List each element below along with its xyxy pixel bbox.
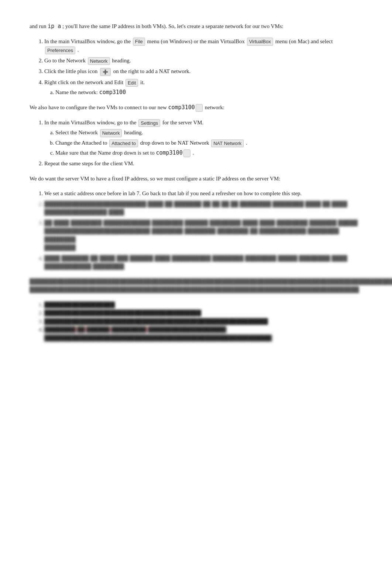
list-item: We set a static address once before in l… bbox=[44, 189, 362, 198]
network-badge-a: Network bbox=[100, 129, 122, 137]
sub-b-text-before: Change the Attached to bbox=[55, 140, 109, 146]
s3-item4-line2: ████████████ ████████ bbox=[44, 263, 124, 269]
highlighted-blurred-text: ████████ ██ ██████ █████████ ███████████… bbox=[44, 327, 272, 341]
comp3100-name-code: comp3100 bbox=[156, 149, 182, 156]
section2-text-before: We also have to configure the two VMs to… bbox=[30, 104, 168, 110]
plus-icon: ➕ bbox=[100, 68, 111, 76]
blurred-list-text-3: ████████████████████████████████████████… bbox=[44, 318, 268, 324]
sub-list-item4: Name the network: comp3100 bbox=[55, 88, 362, 97]
virtualbox-menu-badge: VirtualBox bbox=[247, 38, 273, 46]
s2-item1-text-before: In the main VirtualBox window, go to the bbox=[44, 120, 138, 125]
item2-text: Go to the Network bbox=[44, 58, 87, 63]
blurred-para-line2: ████████████████████████████████████████… bbox=[30, 287, 359, 293]
sub-list-item: Change the Attached to Attached to drop … bbox=[55, 139, 362, 147]
section2-paragraph: We also have to configure the two VMs to… bbox=[30, 103, 362, 112]
edit-badge: Edit bbox=[125, 79, 138, 87]
s3-item3-line2: ███████████████████████████ ████████ ███… bbox=[44, 228, 339, 242]
s3-item4-line1: ████ ███████ ██ ████ ███ ██████ ████ ███… bbox=[44, 255, 347, 261]
intro-paragraph: and run ip a ; you'll have the same IP a… bbox=[30, 22, 362, 31]
list-item-blurred: ██ ████ ████████ ████████████ ████████ █… bbox=[44, 219, 362, 252]
section2-text-after: network: bbox=[203, 104, 224, 110]
section3-list: We set a static address once before in l… bbox=[44, 189, 362, 271]
preferences-badge: Preferences bbox=[45, 46, 75, 55]
list-item: Go to the Network Network heading. bbox=[44, 56, 362, 65]
sub-list-s2-item1: Select the Network Network heading. Chan… bbox=[55, 128, 362, 157]
section1-list: In the main VirtualBox window, go the Fi… bbox=[44, 37, 362, 97]
section3-text: We do want the server VM to have a fixed… bbox=[30, 176, 280, 182]
item2-text-end: heading. bbox=[111, 58, 131, 63]
sub-a-text-before: Select the Network bbox=[55, 130, 99, 135]
network-heading-badge: Network bbox=[88, 57, 110, 65]
sub-b-dot: . bbox=[244, 140, 247, 146]
nat-network-badge: NAT Network bbox=[211, 139, 244, 148]
sub-b-text-after: drop down to be NAT Network bbox=[139, 140, 210, 146]
blurred-list: ██████████████████ █████████████████████… bbox=[44, 301, 362, 342]
comp3100-badge bbox=[196, 104, 203, 112]
blurred-list-text-2: ████████████████████████████████████████ bbox=[44, 310, 201, 316]
s2-item2-text: Repeat the same steps for the client VM. bbox=[44, 161, 134, 166]
s3-item3-line1: ██ ████ ████████ ████████████ ████████ █… bbox=[44, 220, 358, 226]
item1-text-after: menu (on Windows) or the main VirtualBox bbox=[146, 38, 246, 44]
list-item: Click the little plus icon ➕ on the righ… bbox=[44, 67, 362, 76]
sub-item-text: Name the network: bbox=[55, 89, 99, 95]
item1-dot: . bbox=[76, 47, 79, 53]
item4-text-before: Right click on the network and Edit bbox=[44, 79, 125, 85]
s3-item1-text: We set a static address once before in l… bbox=[44, 190, 302, 196]
list-item-blurred: ████ ███████ ██ ████ ███ ██████ ████ ███… bbox=[44, 254, 362, 271]
sub-list-item: Name the network: comp3100 bbox=[55, 88, 362, 97]
sub-c-dot: . bbox=[191, 150, 194, 156]
s3-item3-line3: ████████ bbox=[44, 245, 76, 251]
file-menu-badge: File bbox=[133, 38, 145, 46]
sub-a-text-after: heading. bbox=[123, 130, 143, 135]
network-name-code: comp3100 bbox=[99, 89, 126, 96]
sub-list-item: Select the Network Network heading. bbox=[55, 128, 362, 137]
attached-to-badge: Attached to bbox=[109, 139, 138, 148]
section3-paragraph: We do want the server VM to have a fixed… bbox=[30, 175, 362, 183]
blurred-paragraph: ████████████████████████████████████████… bbox=[30, 277, 362, 294]
blurred-list-item: ████████████████████████████████████████… bbox=[44, 317, 362, 326]
intro-text: and run bbox=[30, 23, 48, 29]
list-item: Repeat the same steps for the client VM. bbox=[44, 159, 362, 168]
section2-list: In the main VirtualBox window, go to the… bbox=[44, 118, 362, 168]
list-item: In the main VirtualBox window, go to the… bbox=[44, 118, 362, 157]
sub-c-text-before: Make sure that the Name drop down is set… bbox=[55, 150, 156, 156]
item1-text-end: menu (on Mac) and select bbox=[274, 38, 333, 44]
blurred-list-item: ████████ ██ ██████ █████████ ███████████… bbox=[44, 325, 362, 342]
item1-text-before: In the main VirtualBox window, go the bbox=[44, 38, 132, 44]
blurred-list-item: ████████████████████████████████████████ bbox=[44, 309, 362, 317]
blurred-para-line1: ████████████████████████████████████████… bbox=[30, 279, 392, 284]
s2-item1-text-after: for the server VM. bbox=[161, 120, 203, 125]
intro-text-2: ; you'll have the same IP address in bot… bbox=[61, 23, 283, 29]
list-item-blurred: ██████████████████████████ ████ ██ █████… bbox=[44, 200, 362, 217]
comp3100-code: comp3100 bbox=[168, 104, 195, 111]
list-item: Right click on the network and Edit Edit… bbox=[44, 78, 362, 97]
blurred-list-text-1: ██████████████████ bbox=[44, 302, 115, 308]
comp3100-inline bbox=[183, 149, 190, 158]
item3-text-before: Click the little plus icon bbox=[44, 68, 99, 74]
list-item: In the main VirtualBox window, go the Fi… bbox=[44, 37, 362, 55]
command-ip-a: ip a bbox=[48, 23, 61, 30]
item3-text-after: on the right to add a NAT network. bbox=[112, 68, 190, 74]
sub-list-item: Make sure that the Name drop down is set… bbox=[55, 149, 362, 157]
s3-item2-line1: ██████████████████████████ ████ ██ █████… bbox=[44, 201, 347, 207]
item4-text-after: it. bbox=[139, 79, 145, 85]
blurred-list-item: ██████████████████ bbox=[44, 301, 362, 309]
settings-badge: Settings bbox=[138, 119, 160, 127]
s3-item2-line2: ████████████████ ████ bbox=[44, 209, 124, 215]
